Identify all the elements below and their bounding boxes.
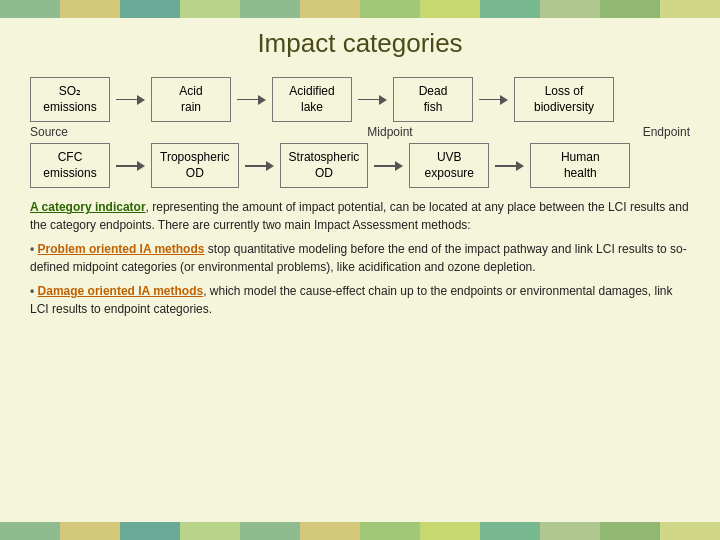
arrow1	[116, 95, 145, 105]
text-section: A category indicator, representing the a…	[30, 198, 690, 318]
box-so2-emissions: SO₂ emissions	[30, 77, 110, 122]
arrow7	[374, 161, 403, 171]
intro-highlight: A category indicator	[30, 200, 146, 214]
bullet1-paragraph: • Problem oriented IA methods stop quant…	[30, 240, 690, 276]
arrow4	[479, 95, 508, 105]
box-uvb-exposure: UVB exposure	[409, 143, 489, 188]
bottom-decorative-bar	[0, 522, 720, 540]
bar-segment	[240, 0, 300, 18]
intro-paragraph: A category indicator, representing the a…	[30, 198, 690, 234]
bar-segment	[120, 522, 180, 540]
bar-segment	[300, 0, 360, 18]
bar-segment	[180, 0, 240, 18]
box-human-health: Human health	[530, 143, 630, 188]
label-source: Source	[30, 125, 110, 139]
bar-segment	[480, 522, 540, 540]
box-dead-fish: Dead fish	[393, 77, 473, 122]
bar-segment	[60, 0, 120, 18]
box-stratospheric-od: Stratospheric OD	[280, 143, 369, 188]
row2-flow: CFC emissions Tropospheric OD Stratosphe…	[30, 143, 690, 188]
box-acidified-lake: Acidified lake	[272, 77, 352, 122]
arrow8	[495, 161, 524, 171]
bar-segment	[480, 0, 540, 18]
box-acid-rain: Acid rain	[151, 77, 231, 122]
bar-segment	[300, 522, 360, 540]
box-cfc-emissions: CFC emissions	[30, 143, 110, 188]
bar-segment	[600, 522, 660, 540]
bar-segment	[360, 522, 420, 540]
bullet2-paragraph: • Damage oriented IA methods, which mode…	[30, 282, 690, 318]
row1-flow: SO₂ emissions Acid rain Acidified lake D…	[30, 77, 690, 122]
labels-row: Source Midpoint Endpoint	[30, 125, 690, 139]
bar-segment	[0, 522, 60, 540]
top-decorative-bar	[0, 0, 720, 18]
bar-segment	[540, 522, 600, 540]
bullet2-highlight: Damage oriented IA methods	[38, 284, 204, 298]
main-content: Impact categories SO₂ emissions Acid rai…	[0, 18, 720, 334]
arrow5	[116, 161, 145, 171]
impact-diagram: SO₂ emissions Acid rain Acidified lake D…	[30, 77, 690, 188]
label-endpoint: Endpoint	[590, 125, 690, 139]
bar-segment	[540, 0, 600, 18]
box-tropospheric-od: Tropospheric OD	[151, 143, 239, 188]
bar-segment	[420, 522, 480, 540]
bar-segment	[360, 0, 420, 18]
bar-segment	[660, 522, 720, 540]
bar-segment	[420, 0, 480, 18]
page-title: Impact categories	[30, 28, 690, 59]
bar-segment	[240, 522, 300, 540]
arrow6	[245, 161, 274, 171]
arrow3	[358, 95, 387, 105]
box-loss-biodiversity: Loss of biodiversity	[514, 77, 614, 122]
bullet1-highlight: Problem oriented IA methods	[38, 242, 205, 256]
bar-segment	[600, 0, 660, 18]
bar-segment	[660, 0, 720, 18]
bar-segment	[180, 522, 240, 540]
label-midpoint: Midpoint	[190, 125, 590, 139]
bar-segment	[0, 0, 60, 18]
bar-segment	[60, 522, 120, 540]
arrow2	[237, 95, 266, 105]
bar-segment	[120, 0, 180, 18]
